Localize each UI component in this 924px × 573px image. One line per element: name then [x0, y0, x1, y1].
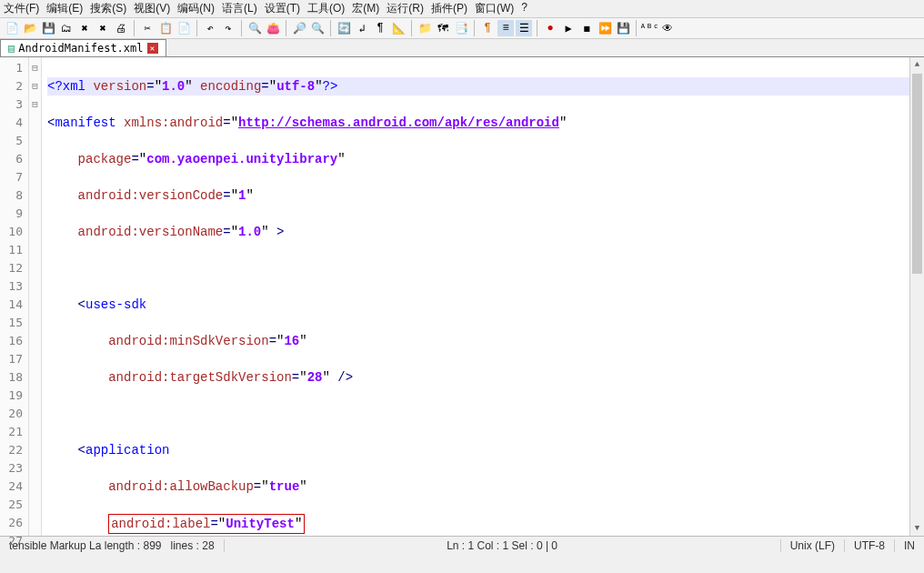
macro-fast-icon[interactable]: ⏩ — [597, 20, 613, 36]
open-file-icon[interactable]: 📂 — [22, 20, 38, 36]
macro-stop-icon[interactable]: ◼ — [578, 20, 595, 36]
scroll-down-icon[interactable]: ▼ — [910, 521, 924, 536]
menu-plugins[interactable]: 插件(P) — [431, 1, 467, 16]
tab-close-icon[interactable]: ✕ — [147, 43, 158, 54]
pilcrow-icon[interactable]: ¶ — [479, 20, 496, 36]
new-file-icon[interactable]: 📄 — [4, 20, 20, 36]
tab-bar: ▤ AndroidManifest.xml ✕ — [0, 39, 924, 57]
menu-bar: 文件(F) 编辑(E) 搜索(S) 视图(V) 编码(N) 语言(L) 设置(T… — [0, 0, 924, 18]
line-gutter: 1234567891011121314151617181920212223242… — [0, 57, 29, 536]
macro-save-icon[interactable]: 💾 — [615, 20, 631, 36]
menu-file[interactable]: 文件(F) — [4, 1, 39, 16]
zoom-out-icon[interactable]: 🔍 — [309, 20, 326, 36]
scroll-up-icon[interactable]: ▲ — [910, 57, 924, 72]
menu-macro[interactable]: 宏(M) — [352, 1, 379, 16]
find-icon[interactable]: 🔍 — [246, 20, 263, 36]
status-position: Ln : 1 Col : 1 Sel : 0 | 0 — [225, 539, 781, 552]
status-encoding: UTF-8 — [845, 539, 895, 552]
menu-encoding[interactable]: 编码(N) — [177, 1, 215, 16]
cut-icon[interactable]: ✂ — [139, 20, 156, 36]
separator — [286, 20, 286, 36]
replace-icon[interactable]: 👛 — [265, 20, 281, 36]
menu-edit[interactable]: 编辑(E) — [46, 1, 83, 16]
print-icon[interactable]: 🖨 — [113, 20, 129, 36]
highlighted-line: android:label="UnityTest" — [108, 514, 305, 534]
guide-icon[interactable]: 📐 — [390, 20, 407, 36]
fold-gutter[interactable]: ⊟⊟⊟ — [29, 57, 42, 536]
status-lang: tensible Markup La length : 899 lines : … — [0, 539, 225, 552]
separator — [636, 20, 637, 36]
separator — [196, 20, 197, 36]
status-bar: tensible Markup La length : 899 lines : … — [0, 536, 924, 554]
menu-search[interactable]: 搜索(S) — [90, 1, 126, 16]
status-mode: IN — [895, 539, 924, 552]
separator — [134, 20, 135, 36]
save-all-icon[interactable]: 🗂 — [58, 20, 75, 36]
menu-tools[interactable]: 工具(O) — [307, 1, 345, 16]
toolbar: 📄 📂 💾 🗂 ✖ ✖ 🖨 ✂ 📋 📄 ↶ ↷ 🔍 👛 🔎 🔍 🔄 ↲ ¶ 📐 … — [0, 18, 924, 39]
highlight-icon[interactable]: ☰ — [516, 20, 532, 36]
wrap-icon[interactable]: ↲ — [354, 20, 370, 36]
hidden-chars-icon[interactable]: ¶ — [372, 20, 388, 36]
indent-icon[interactable]: ≡ — [497, 20, 514, 36]
menu-help[interactable]: ? — [521, 1, 527, 16]
scroll-thumb[interactable] — [912, 74, 922, 274]
macro-play-icon[interactable]: ▶ — [560, 20, 577, 36]
separator — [330, 20, 331, 36]
eye-icon[interactable]: 👁 — [659, 20, 676, 36]
status-eol: Unix (LF) — [781, 539, 845, 552]
spell-icon[interactable]: ᴬᴮᶜ — [641, 20, 658, 36]
undo-icon[interactable]: ↶ — [202, 20, 218, 36]
sync-icon[interactable]: 🔄 — [336, 20, 352, 36]
menu-settings[interactable]: 设置(T) — [265, 1, 300, 16]
separator — [537, 20, 537, 36]
macro-rec-icon[interactable]: ● — [542, 20, 558, 36]
save-icon[interactable]: 💾 — [40, 20, 56, 36]
tab-androidmanifest[interactable]: ▤ AndroidManifest.xml ✕ — [0, 39, 166, 56]
close-all-icon[interactable]: ✖ — [95, 20, 111, 36]
paste-icon[interactable]: 📄 — [176, 20, 192, 36]
zoom-in-icon[interactable]: 🔎 — [291, 20, 307, 36]
editor[interactable]: 1234567891011121314151617181920212223242… — [0, 57, 924, 536]
separator — [241, 20, 242, 36]
func-list-icon[interactable]: 📑 — [453, 20, 469, 36]
copy-icon[interactable]: 📋 — [157, 20, 174, 36]
menu-view[interactable]: 视图(V) — [134, 1, 170, 16]
separator — [411, 20, 412, 36]
tab-label: AndroidManifest.xml — [18, 42, 143, 55]
vertical-scrollbar[interactable]: ▲ ▼ — [909, 57, 924, 536]
separator — [474, 20, 475, 36]
menu-run[interactable]: 运行(R) — [387, 1, 424, 16]
close-icon[interactable]: ✖ — [76, 20, 93, 36]
doc-map-icon[interactable]: 🗺 — [435, 20, 451, 36]
redo-icon[interactable]: ↷ — [220, 20, 236, 36]
tab-file-icon: ▤ — [8, 42, 15, 55]
code-area[interactable]: <?xml version="1.0" encoding="utf-8"?> <… — [42, 57, 924, 536]
folder-icon[interactable]: 📁 — [417, 20, 433, 36]
menu-lang[interactable]: 语言(L) — [222, 1, 257, 16]
menu-window[interactable]: 窗口(W) — [475, 1, 514, 16]
